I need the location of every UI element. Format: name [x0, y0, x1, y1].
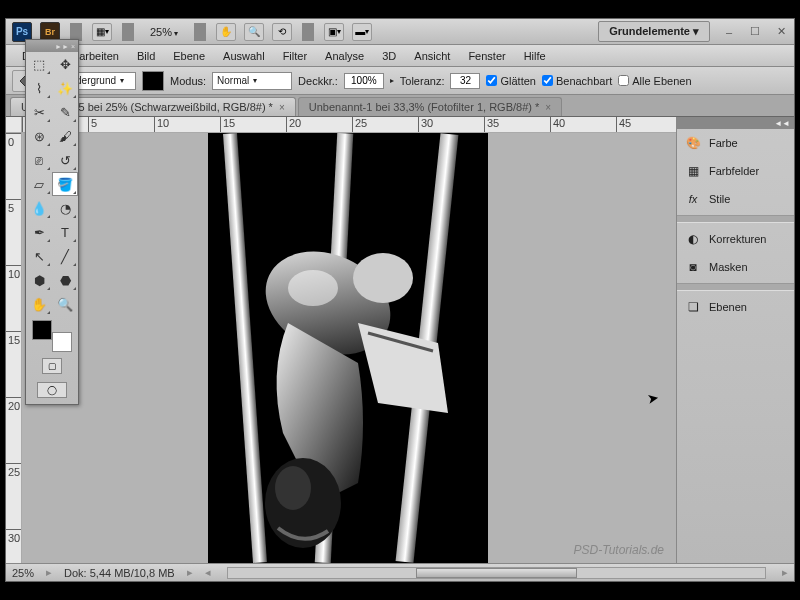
tolerance-label: Toleranz:	[400, 75, 445, 87]
move-tool-icon[interactable]: ✥	[52, 52, 78, 76]
panel-ebenen[interactable]: ❏Ebenen	[677, 293, 794, 321]
menu-ebene[interactable]: Ebene	[165, 47, 213, 65]
styles-icon: fx	[685, 191, 701, 207]
zoom-dropdown[interactable]: 25%	[144, 24, 184, 40]
close-icon[interactable]: ×	[545, 102, 551, 113]
ruler-vertical[interactable]: 0510152025303540455055	[6, 133, 22, 563]
tolerance-field[interactable]	[450, 73, 480, 89]
menu-bild[interactable]: Bild	[129, 47, 163, 65]
toolbox[interactable]: ►► × ⬚ ✥ ⌇ ✨ ✂ ✎ ⊛ 🖌 ⎚ ↺ ▱ 🪣 💧 ◔ ✒ T ↖ ╱…	[25, 39, 79, 405]
quick-mask-icon[interactable]: ◯	[37, 382, 67, 398]
masks-icon: ◙	[685, 259, 701, 275]
menu-hilfe[interactable]: Hilfe	[516, 47, 554, 65]
zoom-tool-icon[interactable]: 🔍	[52, 292, 78, 316]
panel-separator	[677, 215, 794, 223]
opacity-field[interactable]	[344, 73, 384, 89]
horizontal-scrollbar[interactable]	[227, 567, 766, 579]
contiguous-checkbox[interactable]: Benachbart	[542, 75, 612, 87]
status-docinfo[interactable]: Dok: 5,44 MB/10,8 MB	[64, 567, 175, 579]
dodge-tool-icon[interactable]: ◔	[52, 196, 78, 220]
rotate-view-icon[interactable]: ⟲	[272, 23, 292, 41]
layers-icon: ❏	[685, 299, 701, 315]
sep	[122, 23, 134, 41]
panel-farbe[interactable]: 🎨Farbe	[677, 129, 794, 157]
workarea: 05101520253035404550556065 0510152025303…	[6, 117, 794, 563]
magic-wand-tool-icon[interactable]: ✨	[52, 76, 78, 100]
3d-camera-tool-icon[interactable]: ⬣	[52, 268, 78, 292]
menu-auswahl[interactable]: Auswahl	[215, 47, 273, 65]
blur-tool-icon[interactable]: 💧	[26, 196, 52, 220]
tab-unbenannt-1[interactable]: Unbenannt-1 bei 33,3% (Fotofilter 1, RGB…	[298, 97, 562, 116]
background-color[interactable]	[52, 332, 72, 352]
foreground-color[interactable]	[32, 320, 52, 340]
workspace-switcher[interactable]: Grundelemente ▾	[598, 21, 710, 42]
antialias-checkbox[interactable]: Glätten	[486, 75, 535, 87]
svg-point-6	[353, 253, 413, 303]
paint-bucket-tool-icon[interactable]: 🪣	[52, 172, 78, 196]
menu-fenster[interactable]: Fenster	[460, 47, 513, 65]
sep	[70, 23, 82, 41]
view-extras-button[interactable]: ▦	[92, 23, 112, 41]
swatches-icon: ▦	[685, 163, 701, 179]
3d-tool-icon[interactable]: ⬢	[26, 268, 52, 292]
svg-point-9	[288, 270, 338, 306]
document-canvas[interactable]	[208, 133, 488, 563]
eyedropper-tool-icon[interactable]: ✎	[52, 100, 78, 124]
hand-tool-icon[interactable]: ✋	[216, 23, 236, 41]
brush-tool-icon[interactable]: 🖌	[52, 124, 78, 148]
scrollbar-thumb[interactable]	[416, 568, 577, 578]
right-panel-dock: ◄◄ 🎨Farbe ▦Farbfelder fxStile ◐Korrektur…	[676, 117, 794, 563]
panel-separator	[677, 283, 794, 291]
arrange-docs-button[interactable]: ▣	[324, 23, 344, 41]
titlebar: Ps Br ▦ 25% ✋ 🔍 ⟲ ▣ ▬ Grundelemente ▾ – …	[6, 19, 794, 45]
color-picker[interactable]	[28, 318, 76, 354]
pattern-swatch[interactable]	[142, 71, 164, 91]
lasso-tool-icon[interactable]: ⌇	[26, 76, 52, 100]
panel-stile[interactable]: fxStile	[677, 185, 794, 213]
app-window: Ps Br ▦ 25% ✋ 🔍 ⟲ ▣ ▬ Grundelemente ▾ – …	[5, 18, 795, 582]
menu-3d[interactable]: 3D	[374, 47, 404, 65]
type-tool-icon[interactable]: T	[52, 220, 78, 244]
ruler-horizontal[interactable]: 05101520253035404550556065	[22, 117, 676, 133]
ruler-origin[interactable]	[6, 117, 22, 133]
dock-header[interactable]: ◄◄	[677, 117, 794, 129]
standard-mode-icon[interactable]: ▢	[42, 358, 62, 374]
color-icon: 🎨	[685, 135, 701, 151]
minimize-icon[interactable]: –	[722, 25, 736, 39]
eraser-tool-icon[interactable]: ▱	[26, 172, 52, 196]
watermark: PSD-Tutorials.de	[574, 543, 664, 557]
adjustments-icon: ◐	[685, 231, 701, 247]
hand-tool-icon[interactable]: ✋	[26, 292, 52, 316]
pen-tool-icon[interactable]: ✒	[26, 220, 52, 244]
canvas-area[interactable]	[22, 133, 676, 563]
menu-filter[interactable]: Filter	[275, 47, 315, 65]
toolbox-header[interactable]: ►► ×	[26, 40, 78, 52]
shape-tool-icon[interactable]: ╱	[52, 244, 78, 268]
close-icon[interactable]: ✕	[774, 25, 788, 39]
panel-masken[interactable]: ◙Masken	[677, 253, 794, 281]
panel-farbfelder[interactable]: ▦Farbfelder	[677, 157, 794, 185]
panel-korrekturen[interactable]: ◐Korrekturen	[677, 225, 794, 253]
all-layers-checkbox[interactable]: Alle Ebenen	[618, 75, 691, 87]
statusbar: 25% ▸ Dok: 5,44 MB/10,8 MB ▸ ◂ ▸	[6, 563, 794, 581]
svg-point-8	[275, 466, 311, 510]
menubar: Datei Bearbeiten Bild Ebene Auswahl Filt…	[6, 45, 794, 67]
path-select-tool-icon[interactable]: ↖	[26, 244, 52, 268]
close-icon[interactable]: ×	[279, 102, 285, 113]
blend-mode-select[interactable]: Normal	[212, 72, 292, 90]
options-bar: ▾ Vordergrund Modus: Normal Deckkr.: ▸ T…	[6, 67, 794, 95]
history-brush-tool-icon[interactable]: ↺	[52, 148, 78, 172]
maximize-icon[interactable]: ☐	[748, 25, 762, 39]
marquee-tool-icon[interactable]: ⬚	[26, 52, 52, 76]
document-tabs: Unbenannt-5 bei 25% (Schwarzweißbild, RG…	[6, 95, 794, 117]
sep	[194, 23, 206, 41]
zoom-tool-icon[interactable]: 🔍	[244, 23, 264, 41]
crop-tool-icon[interactable]: ✂	[26, 100, 52, 124]
clone-stamp-tool-icon[interactable]: ⎚	[26, 148, 52, 172]
status-zoom[interactable]: 25%	[12, 567, 34, 579]
sep	[302, 23, 314, 41]
healing-brush-tool-icon[interactable]: ⊛	[26, 124, 52, 148]
menu-ansicht[interactable]: Ansicht	[406, 47, 458, 65]
screen-mode-button[interactable]: ▬	[352, 23, 372, 41]
menu-analyse[interactable]: Analyse	[317, 47, 372, 65]
